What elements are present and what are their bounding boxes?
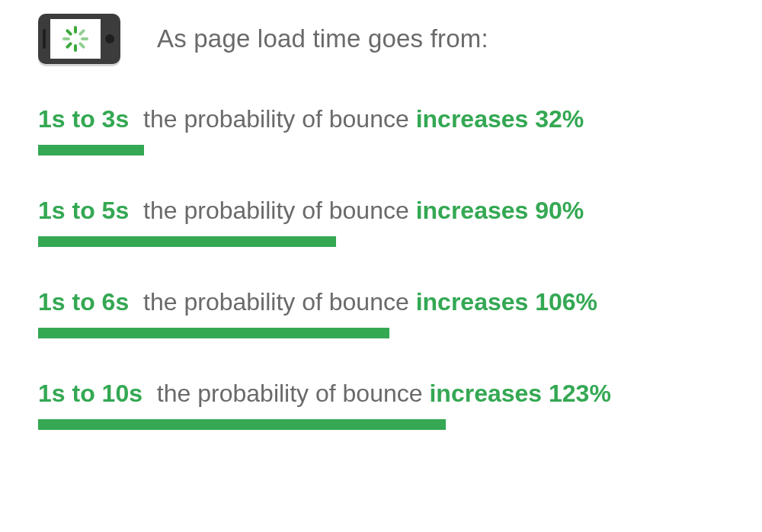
header: As page load time goes from: xyxy=(38,14,724,64)
increase-word: increases xyxy=(429,380,542,407)
stat-line: 1s to 10s the probability of bounce incr… xyxy=(38,378,724,409)
load-time-range: 1s to 3s xyxy=(38,105,129,133)
load-time-range: 1s to 10s xyxy=(38,380,142,407)
increase-pct: 32% xyxy=(535,105,584,133)
bar-track xyxy=(38,145,724,155)
increase-pct: 123% xyxy=(549,380,611,407)
increase-word: increases xyxy=(416,197,529,224)
rows-container: 1s to 3s the probability of bounce incre… xyxy=(38,104,724,430)
bar-fill xyxy=(38,145,144,155)
header-title: As page load time goes from: xyxy=(157,24,488,53)
bar-track xyxy=(38,328,724,338)
probability-text: the probability of bounce xyxy=(143,288,409,316)
stat-row: 1s to 6s the probability of bounce incre… xyxy=(38,287,724,338)
bar-fill xyxy=(38,236,336,247)
bar-track xyxy=(38,236,724,247)
load-time-range: 1s to 5s xyxy=(38,197,129,224)
load-time-range: 1s to 6s xyxy=(38,288,129,316)
increase-phrase: increases 32% xyxy=(416,105,584,133)
phone-loading-icon xyxy=(38,14,120,64)
bar-fill xyxy=(38,419,446,430)
probability-text: the probability of bounce xyxy=(157,380,423,407)
bar-fill xyxy=(38,328,389,338)
stat-row: 1s to 3s the probability of bounce incre… xyxy=(38,104,724,155)
stat-line: 1s to 5s the probability of bounce incre… xyxy=(38,195,724,226)
stat-row: 1s to 10s the probability of bounce incr… xyxy=(38,378,724,430)
stat-row: 1s to 5s the probability of bounce incre… xyxy=(38,195,724,247)
increase-word: increases xyxy=(416,288,529,316)
probability-text: the probability of bounce xyxy=(143,105,409,133)
infographic-container: As page load time goes from: 1s to 3s th… xyxy=(0,0,762,492)
stat-line: 1s to 6s the probability of bounce incre… xyxy=(38,287,724,317)
loading-spinner-icon xyxy=(62,26,88,52)
phone-home-button xyxy=(105,34,114,43)
increase-phrase: increases 123% xyxy=(429,380,610,407)
bar-track xyxy=(38,419,724,430)
phone-speaker xyxy=(43,29,46,49)
increase-pct: 90% xyxy=(535,197,584,224)
increase-phrase: increases 106% xyxy=(416,288,597,316)
probability-text: the probability of bounce xyxy=(143,197,409,224)
increase-word: increases xyxy=(416,105,529,133)
increase-phrase: increases 90% xyxy=(416,197,584,224)
stat-line: 1s to 3s the probability of bounce incre… xyxy=(38,104,724,134)
increase-pct: 106% xyxy=(535,288,597,316)
phone-screen xyxy=(50,19,101,59)
